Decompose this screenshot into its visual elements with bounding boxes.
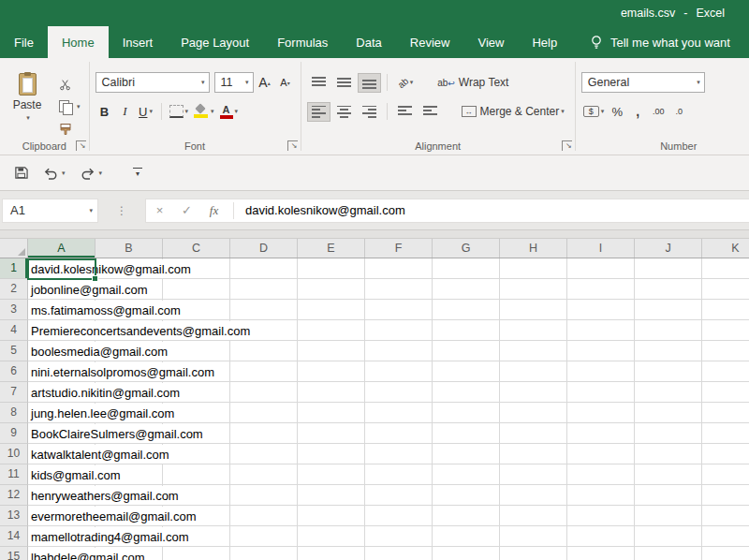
column-header-g[interactable]: G (433, 239, 500, 258)
row-header-8[interactable]: 8 (0, 403, 28, 423)
wrap-text-button[interactable]: ab↩ Wrap Text (433, 72, 513, 93)
tab-home[interactable]: Home (48, 26, 109, 58)
number-format-select[interactable]: General ▾ (581, 72, 705, 93)
row-cells[interactable]: BookClaireSulmers@gmail.com (28, 423, 749, 444)
row-cells[interactable]: kids@gmail.com (28, 464, 749, 485)
row-cells[interactable]: jung.helen.lee@gmail.com (28, 403, 749, 423)
row-header-5[interactable]: 5 (0, 341, 28, 361)
column-header-e[interactable]: E (298, 239, 365, 258)
tab-insert[interactable]: Insert (109, 26, 168, 58)
paste-button[interactable]: Paste ▾ (6, 71, 49, 139)
increase-font-size-button[interactable]: A▴ (256, 73, 274, 93)
cell-a8[interactable]: jung.helen.lee@gmail.com (28, 404, 179, 423)
column-header-c[interactable]: C (163, 239, 230, 258)
redo-button[interactable]: ▾ (76, 163, 108, 184)
row-header-10[interactable]: 10 (0, 444, 28, 464)
cell-a15[interactable]: lbabdele@gmail.com (28, 548, 150, 560)
borders-button[interactable]: ▾ (168, 102, 191, 122)
tab-file[interactable]: File (0, 26, 48, 58)
row-header-11[interactable]: 11 (0, 464, 28, 485)
font-color-button[interactable]: A ▾ (218, 102, 241, 122)
cell-a9[interactable]: BookClaireSulmers@gmail.com (28, 424, 208, 444)
decrease-indent-button[interactable] (393, 102, 417, 122)
formula-bar-input[interactable]: david.kolesnikow@gmail.com (245, 203, 405, 217)
cell-a13[interactable]: evermoretheemail@gmail.com (28, 507, 200, 526)
formula-bar-resize-handle[interactable]: ⋮ (98, 204, 145, 217)
cancel-button[interactable]: × (146, 203, 173, 217)
row-header-12[interactable]: 12 (0, 485, 28, 506)
tab-review[interactable]: Review (396, 26, 464, 58)
row-header-15[interactable]: 15 (0, 547, 28, 560)
row-cells[interactable]: jobonline@gmail.com (28, 279, 749, 300)
row-header-6[interactable]: 6 (0, 361, 28, 382)
row-header-7[interactable]: 7 (0, 382, 28, 403)
column-header-k[interactable]: K (702, 239, 749, 258)
save-button[interactable] (9, 163, 33, 183)
column-header-j[interactable]: J (635, 239, 702, 258)
column-header-f[interactable]: F (365, 239, 433, 258)
increase-decimal-button[interactable]: .00 (649, 102, 668, 122)
row-cells[interactable]: ms.fatimamoss@gmail.com (28, 300, 749, 320)
alignment-dialog-launcher[interactable]: ↘ (562, 140, 572, 151)
cell-a6[interactable]: nini.eternalsolpromos@gmail.com (28, 362, 219, 382)
cell-a1[interactable]: david.kolesnikow@gmail.com (28, 259, 196, 279)
align-left-button[interactable] (307, 102, 330, 122)
row-header-13[interactable]: 13 (0, 506, 28, 526)
tab-data[interactable]: Data (342, 26, 395, 58)
increase-indent-button[interactable] (419, 102, 442, 122)
cell-a11[interactable]: kids@gmail.com (28, 465, 125, 485)
cell-a4[interactable]: Premiereconcertsandevents@gmail.com (28, 321, 255, 341)
cell-a12[interactable]: henryweathers@gmail.com (28, 486, 184, 506)
comma-style-button[interactable]: , (628, 102, 647, 122)
top-align-button[interactable] (307, 73, 330, 93)
accounting-format-button[interactable]: $ ▾ (581, 102, 607, 122)
name-box[interactable]: A1 ▾ (2, 199, 98, 223)
column-header-b[interactable]: B (95, 239, 163, 258)
middle-align-button[interactable] (332, 73, 356, 93)
format-painter-button[interactable] (56, 120, 83, 139)
row-cells[interactable]: lbabdele@gmail.com (28, 547, 749, 560)
row-header-1[interactable]: 1 (0, 258, 28, 279)
cell-a3[interactable]: ms.fatimamoss@gmail.com (28, 301, 185, 320)
row-header-4[interactable]: 4 (0, 320, 28, 341)
tell-me-box[interactable]: Tell me what you want (590, 26, 749, 58)
row-cells[interactable]: evermoretheemail@gmail.com (28, 506, 749, 526)
percent-style-button[interactable]: % (608, 102, 626, 122)
row-cells[interactable]: artstudio.nikitin@gmail.com (28, 382, 749, 403)
clipboard-dialog-launcher[interactable]: ↘ (76, 140, 86, 151)
row-cells[interactable]: henryweathers@gmail.com (28, 485, 749, 506)
undo-button[interactable]: ▾ (38, 163, 70, 184)
row-header-3[interactable]: 3 (0, 300, 28, 320)
column-header-d[interactable]: D (230, 239, 298, 258)
tab-view[interactable]: View (463, 26, 518, 58)
underline-button[interactable]: U ▾ (137, 102, 155, 122)
align-right-button[interactable] (358, 102, 381, 122)
row-cells[interactable]: Premiereconcertsandevents@gmail.com (28, 320, 749, 341)
column-header-a[interactable]: A (28, 239, 95, 258)
tab-help[interactable]: Help (518, 26, 571, 58)
font-size-select[interactable]: 11 ▾ (214, 72, 254, 93)
merge-center-button[interactable]: ↔ Merge & Center ▾ (457, 101, 569, 122)
column-header-h[interactable]: H (500, 239, 567, 258)
bold-button[interactable]: B (95, 102, 114, 122)
row-cells[interactable]: katwalktalent@gmail.com (28, 444, 749, 464)
row-cells[interactable]: nini.eternalsolpromos@gmail.com (28, 361, 749, 382)
fill-color-button[interactable]: ▾ (192, 102, 216, 122)
row-header-2[interactable]: 2 (0, 279, 28, 300)
decrease-font-size-button[interactable]: A▾ (276, 73, 295, 93)
customize-quick-access-toolbar-button[interactable]: ▾ (133, 168, 142, 178)
bottom-align-button[interactable] (358, 73, 381, 93)
tab-formulas[interactable]: Formulas (263, 26, 342, 58)
cell-a14[interactable]: mamellotrading4@gmail.com (28, 527, 194, 547)
italic-button[interactable]: I (116, 102, 135, 122)
font-name-select[interactable]: Calibri ▾ (95, 72, 210, 93)
row-header-14[interactable]: 14 (0, 526, 28, 547)
font-dialog-launcher[interactable]: ↘ (287, 140, 298, 151)
enter-button[interactable]: ✓ (173, 203, 200, 217)
cell-a5[interactable]: boolesmedia@gmail.com (28, 342, 172, 361)
tab-page-layout[interactable]: Page Layout (167, 26, 263, 58)
row-cells[interactable]: mamellotrading4@gmail.com (28, 526, 749, 547)
cell-a7[interactable]: artstudio.nikitin@gmail.com (28, 383, 184, 403)
center-button[interactable] (332, 102, 356, 122)
decrease-decimal-button[interactable]: .0 (669, 102, 688, 122)
